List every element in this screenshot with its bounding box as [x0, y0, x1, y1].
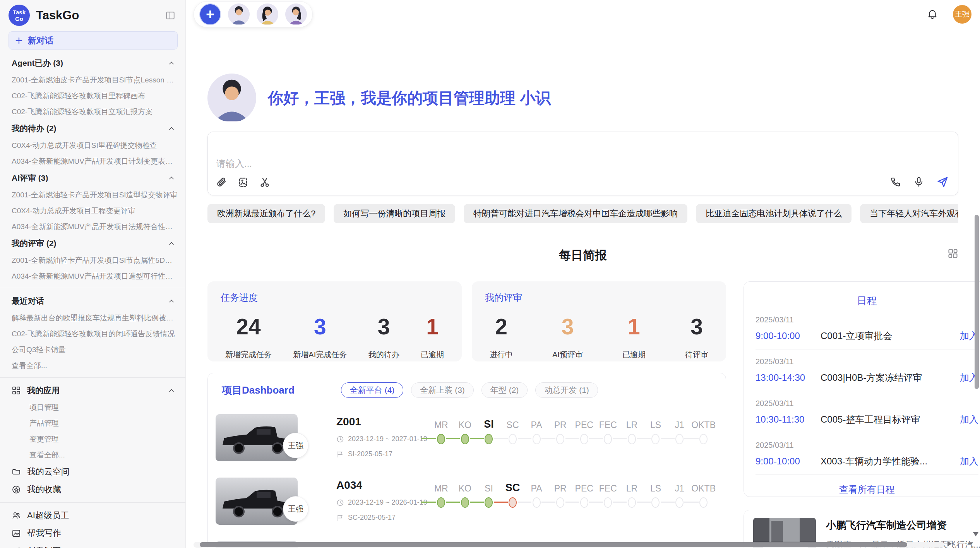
- stat: 2 进行中: [490, 314, 513, 360]
- milestone-dot[interactable]: [604, 434, 612, 444]
- layout-grid-icon[interactable]: [947, 248, 958, 260]
- milestone-dot[interactable]: [604, 497, 612, 508]
- project-dashboard-card: 项目Dashboard 全新平台 (4)全新上装 (3)年型 (2)动总开发 (…: [207, 373, 726, 548]
- sidebar-item-help-me-write[interactable]: 帮我写作: [0, 524, 185, 542]
- phone-call-icon[interactable]: [890, 176, 901, 188]
- sidebar-item[interactable]: Z001-全新燃油轻卡产品开发项目SI造型提交物评审: [0, 187, 185, 203]
- member-avatar[interactable]: [285, 3, 307, 25]
- milestone-dot[interactable]: [628, 434, 636, 444]
- suggestion-chip[interactable]: 比亚迪全固态电池计划具体说了什么: [696, 204, 852, 223]
- stat-value: 3: [314, 314, 326, 339]
- app-item[interactable]: 查看全部...: [0, 447, 185, 463]
- milestone-dot[interactable]: [485, 497, 493, 508]
- app-item[interactable]: 变更管理: [0, 431, 185, 447]
- recent-chat-item[interactable]: 公司Q3轻卡销量: [0, 342, 185, 358]
- main-area: + 王强 你好，王强，我是你的项目: [186, 0, 980, 548]
- horizontal-scrollbar-track[interactable]: [194, 542, 944, 548]
- milestone-dot[interactable]: [675, 434, 684, 444]
- milestone-dot[interactable]: [461, 434, 469, 444]
- project-row[interactable]: 王强 Z001 2023-12-19 ~ 2027-01-19: [216, 414, 718, 461]
- schedule-event-title: C005-整车工程目标评审: [821, 413, 954, 426]
- milestone-dot[interactable]: [533, 497, 541, 508]
- suggestion-chips: 欧洲新规最近颁布了什么?如何写一份清晰的项目周报特朗普可能对进口汽车增税会对中国…: [207, 204, 958, 223]
- sidebar-item-favorites[interactable]: 我的收藏: [0, 481, 185, 498]
- scroll-down-arrow-icon[interactable]: [973, 532, 978, 536]
- milestone-dot[interactable]: [509, 497, 517, 508]
- chat-input-box[interactable]: 请输入...: [207, 132, 958, 195]
- attachment-icon[interactable]: [216, 176, 227, 188]
- horizontal-scrollbar-thumb[interactable]: [200, 542, 907, 547]
- sidebar-item-creative-drawing[interactable]: 创意制图: [0, 542, 185, 548]
- sidebar-item-ai-super-staff[interactable]: AI超级员工: [0, 507, 185, 524]
- notifications-bell-icon[interactable]: [927, 9, 938, 20]
- suggestion-chip[interactable]: 如何写一份清晰的项目周报: [334, 204, 455, 223]
- user-avatar[interactable]: 王强: [953, 5, 971, 24]
- sidebar-item[interactable]: Z001-全新燃油皮卡产品开发项目SI节点Lesson Learn报告: [0, 72, 185, 88]
- project-row[interactable]: 王强 A034 2023-12-19 ~ 2026-01-19: [216, 478, 718, 525]
- milestone-dot[interactable]: [580, 434, 588, 444]
- milestone-dot[interactable]: [699, 434, 708, 444]
- milestone: PA: [524, 478, 548, 509]
- apps-section-header[interactable]: 我的应用: [0, 382, 185, 399]
- milestone-label: KO: [459, 478, 471, 494]
- recent-chat-item[interactable]: 查看全部...: [0, 358, 185, 373]
- milestone-dot[interactable]: [699, 497, 708, 508]
- sidebar-section-header[interactable]: 我的待办 (2): [0, 120, 185, 137]
- sidebar-item[interactable]: C0X4-动力总成开发项目SI里程碑提交物检查: [0, 137, 185, 153]
- dashboard-filter-chip[interactable]: 动总开发 (1): [535, 382, 598, 398]
- sidebar-section-header[interactable]: AI评审 (3): [0, 169, 185, 187]
- greeting-text: 你好，王强，我是你的项目管理助理 小识: [268, 87, 551, 109]
- app-item[interactable]: 产品管理: [0, 415, 185, 431]
- milestone-dot[interactable]: [437, 497, 445, 508]
- member-avatar[interactable]: [257, 3, 278, 25]
- sidebar-item[interactable]: C0X4-动力总成开发项目工程变更评审: [0, 203, 185, 219]
- sidebar-section-header[interactable]: 我的评审 (2): [0, 235, 185, 252]
- sidebar-item[interactable]: A034-全新新能源MUV产品开发项目计划变更表编写: [0, 153, 185, 169]
- add-session-button[interactable]: +: [199, 3, 221, 25]
- recent-section-header[interactable]: 最近对话: [0, 292, 185, 310]
- recent-chat-item[interactable]: C02-飞腾新能源轻客改款项目的闭环通告反馈情况: [0, 326, 185, 342]
- milestone-dot[interactable]: [651, 434, 660, 444]
- sidebar-item-cloud-space[interactable]: 我的云空间: [0, 463, 185, 481]
- sidebar-item[interactable]: Z001-全新燃油轻卡产品开发项目SI节点属性5D文件评审: [0, 252, 185, 268]
- dashboard-filter-chip[interactable]: 年型 (2): [481, 382, 528, 398]
- app-item[interactable]: 项目管理: [0, 399, 185, 415]
- screenshot-icon[interactable]: [237, 176, 249, 188]
- sidebar-section-header[interactable]: Agent已办 (3): [0, 54, 185, 72]
- milestone-dot[interactable]: [485, 434, 493, 444]
- project-info: Z001 2023-12-19 ~ 2027-01-19 SI-2025-05-…: [336, 414, 429, 458]
- sidebar-item[interactable]: A034-全新新能源MUV产品开发项目法规符合性评审: [0, 219, 185, 235]
- milestone-dot[interactable]: [651, 497, 660, 508]
- scissors-icon[interactable]: [259, 176, 271, 188]
- milestone-dot[interactable]: [533, 434, 541, 444]
- new-chat-button[interactable]: 新对话: [9, 31, 178, 50]
- microphone-icon[interactable]: [913, 176, 925, 188]
- milestone-dot[interactable]: [461, 497, 469, 508]
- sidebar-item[interactable]: C02-飞腾新能源轻客改款项目里程碑画布: [0, 88, 185, 104]
- member-avatar[interactable]: [228, 3, 250, 25]
- milestone-dot[interactable]: [556, 497, 564, 508]
- sidebar-item[interactable]: C02-飞腾新能源轻客改款项目立项汇报方案: [0, 104, 185, 120]
- scroll-right-arrow-icon[interactable]: [947, 541, 952, 546]
- join-meeting-link[interactable]: 加入: [960, 413, 978, 426]
- suggestion-chip[interactable]: 欧洲新规最近颁布了什么?: [207, 204, 325, 223]
- suggestion-chip[interactable]: 当下年轻人对汽车外观有怎样的喜好趋势: [860, 204, 958, 223]
- milestone-dot[interactable]: [675, 497, 684, 508]
- milestone-dot[interactable]: [509, 434, 517, 444]
- milestone-dot[interactable]: [437, 434, 445, 444]
- project-info: A034 2023-12-19 ~ 2026-01-19 SC-2025-05-…: [336, 478, 429, 522]
- vertical-scrollbar-thumb[interactable]: [975, 215, 979, 389]
- milestone-dot[interactable]: [628, 497, 636, 508]
- send-icon[interactable]: [936, 176, 949, 188]
- join-meeting-link[interactable]: 加入: [960, 455, 978, 468]
- recent-chat-item[interactable]: 解释最新出台的欧盟报废车法规再生塑料比例被调至15%...: [0, 310, 185, 326]
- collapse-sidebar-icon[interactable]: [165, 10, 175, 21]
- view-all-schedule-link[interactable]: 查看所有日程: [756, 483, 978, 496]
- dashboard-filter-chip[interactable]: 全新上装 (3): [411, 382, 474, 398]
- suggestion-chip[interactable]: 特朗普可能对进口汽车增税会对中国车企造成哪些影响: [464, 204, 687, 223]
- input-placeholder: 请输入...: [216, 158, 252, 170]
- dashboard-filter-chip[interactable]: 全新平台 (4): [341, 382, 404, 398]
- sidebar-item[interactable]: A034-全新新能源MUV产品开发项目造型可行性评审: [0, 268, 185, 284]
- milestone-dot[interactable]: [580, 497, 588, 508]
- milestone-dot[interactable]: [556, 434, 564, 444]
